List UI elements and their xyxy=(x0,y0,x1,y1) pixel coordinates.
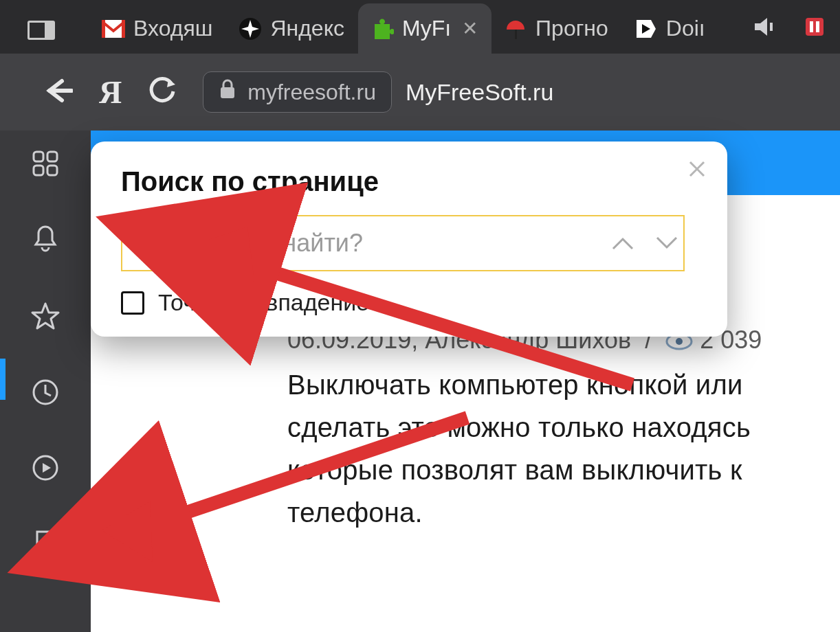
tab-yandex[interactable]: Яндекс xyxy=(226,3,358,54)
app-indicator-icon[interactable] xyxy=(804,16,825,37)
svg-rect-7 xyxy=(770,23,773,31)
puzzle-icon xyxy=(371,17,394,41)
svg-rect-13 xyxy=(221,87,234,98)
svg-marker-6 xyxy=(755,18,767,36)
tab-label: Входяш xyxy=(133,16,212,41)
yandex-logo-icon[interactable]: Я xyxy=(99,74,122,111)
svg-point-24 xyxy=(676,338,683,345)
sidebar xyxy=(0,131,91,632)
sidebar-active-indicator xyxy=(0,359,5,400)
find-next-button[interactable] xyxy=(654,235,679,251)
window-layout-icon[interactable] xyxy=(27,21,55,40)
nav-link-partial[interactable]: Восстано xyxy=(727,214,840,244)
history-icon[interactable] xyxy=(31,378,60,409)
find-title: Поиск по странице xyxy=(121,166,697,197)
apps-grid-icon[interactable] xyxy=(32,150,59,180)
play-badge-icon xyxy=(634,17,658,41)
find-in-page-popover: Поиск по странице Точное совпадение xyxy=(91,142,727,337)
svg-marker-12 xyxy=(167,79,175,87)
play-circle-icon[interactable] xyxy=(31,453,60,485)
sparkle-icon xyxy=(239,17,262,41)
umbrella-icon xyxy=(504,17,527,41)
svg-rect-15 xyxy=(47,152,57,161)
volume-icon[interactable] xyxy=(753,16,780,37)
article-body: Выключать компьютер кнопкой или сделать … xyxy=(287,363,840,534)
find-exact-label: Точное совпадение xyxy=(158,289,369,316)
page-title: MyFreeSoft.ru xyxy=(406,79,553,106)
svg-line-22 xyxy=(49,551,53,555)
tab-gmail[interactable]: Входяш xyxy=(89,3,226,54)
svg-rect-2 xyxy=(122,20,125,38)
back-button[interactable] xyxy=(41,77,73,107)
star-icon[interactable] xyxy=(30,301,60,334)
tab-myfreesoft[interactable]: MyFı ✕ xyxy=(358,3,491,54)
find-prev-button[interactable] xyxy=(610,235,635,251)
svg-rect-1 xyxy=(102,20,105,38)
close-icon[interactable] xyxy=(687,159,707,181)
bell-icon[interactable] xyxy=(32,224,59,257)
close-icon[interactable]: ✕ xyxy=(462,17,478,40)
tab-label: Doiı xyxy=(666,16,705,41)
svg-rect-16 xyxy=(34,166,43,175)
url-domain: myfreesoft.ru xyxy=(247,80,376,105)
tab-label: Прогно xyxy=(535,16,608,41)
tab-label: MyFı xyxy=(402,16,451,41)
tab-weather[interactable]: Прогно xyxy=(491,3,622,54)
svg-rect-4 xyxy=(515,30,517,39)
svg-point-21 xyxy=(41,543,50,552)
find-input[interactable] xyxy=(121,215,685,271)
toolbar: Я myfreesoft.ru MyFreeSoft.ru xyxy=(0,54,840,131)
tab-doi[interactable]: Doiı xyxy=(622,3,719,54)
gmail-icon xyxy=(102,17,125,41)
svg-rect-10 xyxy=(816,21,819,32)
svg-rect-14 xyxy=(34,152,43,161)
lock-icon xyxy=(219,79,236,105)
find-exact-match-toggle[interactable]: Точное совпадение xyxy=(121,289,697,316)
svg-rect-9 xyxy=(810,21,813,32)
system-tray xyxy=(753,16,825,37)
svg-rect-8 xyxy=(806,18,824,36)
svg-rect-17 xyxy=(47,166,57,175)
find-in-page-icon[interactable] xyxy=(32,529,59,563)
tab-label: Яндекс xyxy=(270,16,344,41)
checkbox-icon xyxy=(121,291,144,315)
svg-marker-20 xyxy=(43,463,51,473)
tab-strip: Входяш Яндекс MyFı ✕ Прогно Doiı xyxy=(0,0,840,54)
reload-button[interactable] xyxy=(148,76,177,108)
address-bar[interactable]: myfreesoft.ru MyFreeSoft.ru xyxy=(203,68,813,116)
